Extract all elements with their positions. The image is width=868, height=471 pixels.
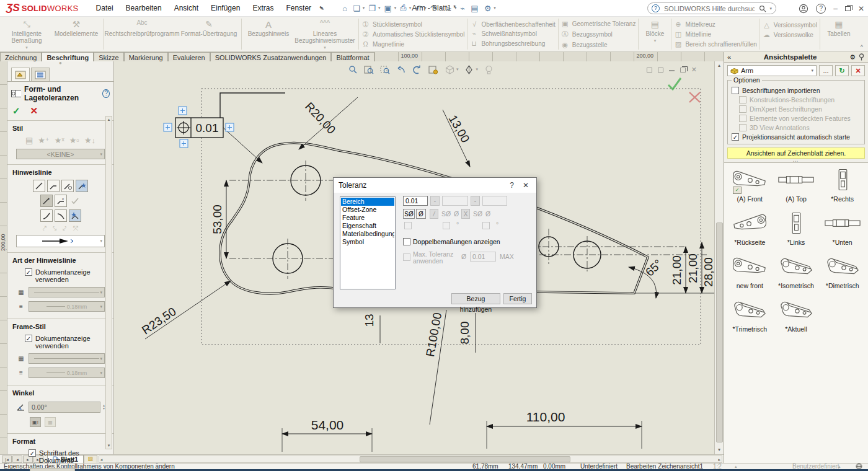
checkbox-unchecked[interactable] [732, 87, 739, 94]
ribbon-note[interactable]: A Bezugshinweis [244, 17, 293, 51]
scale-caret-icon[interactable]: ▴ [735, 464, 737, 469]
tab-propertymanager[interactable] [11, 68, 30, 81]
dim-21a[interactable]: 21,00 [670, 255, 683, 285]
caret-down-icon[interactable]: ▾ [394, 6, 397, 11]
doc-minimize-icon[interactable] [669, 70, 675, 71]
tolerance-category-list[interactable]: BereichOffset-ZoneFeatureEigenschaftMate… [340, 196, 396, 289]
diameter-button[interactable]: Ø [416, 209, 426, 219]
select-cursor-icon[interactable]: ➢ [443, 4, 454, 13]
ribbon-weld-symbol[interactable]: ⌁Schweißnahtsymbol [470, 30, 555, 38]
previous-view-icon[interactable] [396, 64, 407, 75]
curved-leader-button[interactable] [55, 209, 67, 222]
appearance-icon[interactable] [483, 64, 494, 75]
doc-font-checkbox-row[interactable]: ✓Schriftart des Dokuments [12, 447, 108, 466]
checkbox-checked[interactable]: ✓ [25, 335, 32, 342]
dim-54[interactable]: 54,00 [311, 418, 344, 432]
ok-button[interactable]: ✓ [12, 105, 20, 117]
tab-evaluieren[interactable]: Evaluieren [168, 52, 210, 61]
ribbon-model-items[interactable]: ⚒ Modellelemente [52, 17, 100, 51]
leader-auto-button[interactable] [76, 180, 88, 192]
scroll-down-icon[interactable]: ▾ [106, 443, 112, 448]
dim-28-partial[interactable]: 28,00 [702, 257, 714, 287]
menu-fenster[interactable]: Fenster [286, 4, 311, 12]
doc-window-icon[interactable] [658, 68, 663, 73]
caret-down-icon[interactable]: ▾ [424, 6, 427, 11]
tab-markierung[interactable]: Markierung [124, 52, 168, 61]
view-orientation-icon[interactable] [464, 64, 475, 75]
caret-down-icon[interactable]: ▾ [409, 6, 412, 11]
checkbox-disabled[interactable] [404, 222, 412, 229]
checkbox-checked[interactable]: ✓ [25, 268, 32, 276]
leader-straight-button[interactable] [33, 180, 45, 192]
zoom-icon[interactable] [347, 64, 358, 75]
panel-drag-handle[interactable]: ● [7, 61, 113, 66]
palette-option[interactable]: Beschriftungen importieren [730, 86, 862, 95]
clear-button[interactable]: ✕ [851, 65, 865, 76]
add-datum-button[interactable]: Bezug hinzufügen [451, 293, 500, 304]
view-thumbnail--trimetrisch[interactable]: *Trimetrisch [727, 298, 773, 333]
frame-line-style-dropdown[interactable]: ▾ [29, 353, 105, 364]
dialog-titlebar[interactable]: Toleranz ? ✕ [334, 178, 536, 193]
ribbon-datum-symbol[interactable]: ⒶBezugssymbol [561, 30, 636, 39]
line-style-dropdown[interactable]: ▾ [29, 287, 105, 297]
home-icon[interactable]: ⌂ [340, 4, 349, 13]
drawing-vscrollbar[interactable]: ▴ ▾ [714, 61, 724, 454]
font-button[interactable]: Schriftart... [30, 468, 75, 471]
tab-blattformat[interactable]: Blattformat [331, 52, 374, 61]
restore-button[interactable] [845, 6, 851, 11]
dim-21b[interactable]: 21,00 [686, 253, 699, 283]
style-buttons[interactable]: ▤★⁺★ˣ★▫★↓ [12, 134, 108, 149]
view-thumbnail--r-ckseite[interactable]: *Rückseite [727, 211, 773, 246]
menu-einfügen[interactable]: Einfügen [211, 4, 240, 12]
leader-r23[interactable] [145, 281, 231, 339]
caret-down-icon[interactable]: ▾ [378, 6, 381, 11]
redraw-icon[interactable] [412, 64, 423, 75]
ribbon-geometric-tolerance[interactable]: ▣Geometrische Toleranz [561, 20, 636, 28]
ribbon-format-painter[interactable]: ✎ Format-Übertragung [179, 17, 239, 51]
angle-button-2[interactable]: ▦ [45, 417, 56, 427]
gdt-frame[interactable]: 0.01 [175, 118, 223, 138]
auto-bend-button[interactable] [69, 209, 81, 222]
ribbon-magnetic-line[interactable]: ΩMagnetlinie [361, 40, 464, 48]
dim-r23[interactable]: R23,50 [140, 305, 179, 337]
menu-ansicht[interactable]: Ansicht [174, 4, 198, 12]
print-icon[interactable]: ⎙ [398, 3, 408, 13]
angle-button-1[interactable]: ▣! [30, 417, 41, 427]
ribbon-tables[interactable]: ▦ Tabellen [823, 17, 855, 51]
leader-left-button[interactable]: x [40, 195, 53, 207]
browse-button[interactable]: ... [819, 65, 833, 76]
redo-icon[interactable]: ↷ [428, 4, 439, 13]
leader-check-button[interactable] [69, 195, 81, 207]
done-button[interactable]: Fertig [503, 293, 532, 304]
leader-bent-button[interactable] [47, 180, 60, 192]
dim-8[interactable]: 8,00 [458, 322, 471, 345]
caret-down-icon[interactable]: ▾ [476, 67, 479, 72]
search-caret-icon[interactable]: ▾ [769, 6, 772, 11]
ribbon-revision-symbol[interactable]: △Versionssymbol [763, 21, 817, 29]
sheet-properties-icon[interactable] [428, 64, 439, 75]
tab-beschriftung[interactable]: Beschriftung [42, 52, 94, 61]
ribbon-balloon[interactable]: ➀Stücklistensymbol [361, 20, 464, 29]
x-button[interactable]: X [461, 209, 470, 219]
zoom-area-icon[interactable] [379, 64, 391, 75]
ribbon-hole-callout[interactable]: ⊔Bohrungsbeschreibung [470, 40, 555, 48]
max-tolerance-checkbox[interactable] [403, 253, 410, 261]
options-gear-icon[interactable]: ⚙ [482, 4, 494, 13]
tolerance-value-input[interactable] [403, 196, 428, 206]
category-item-materialbedingung[interactable]: Materialbedingung [341, 230, 394, 238]
help-icon[interactable]: ? [816, 4, 826, 14]
dim-53[interactable]: 53,00 [211, 205, 224, 234]
angle-spinner[interactable]: ▴▾ [103, 404, 105, 410]
minimize-button[interactable]: – [833, 4, 838, 13]
tab-skizze[interactable]: Skizze [94, 52, 123, 61]
attachment-icon[interactable]: ⌁ [459, 4, 467, 13]
dialog-close-icon[interactable]: ✕ [520, 181, 531, 190]
confirm-check-icon[interactable] [668, 78, 681, 89]
line-thickness-dropdown[interactable]: 0.18mm▾ [29, 301, 105, 312]
caret-down-icon[interactable]: ▾ [363, 6, 365, 11]
user-account-icon[interactable] [799, 4, 808, 14]
scroll-up-icon[interactable]: ▴ [715, 61, 724, 70]
style-dropdown[interactable]: <KEINE>▾ [16, 149, 105, 159]
cancel-button[interactable]: ✕ [30, 105, 38, 117]
tab-configurations[interactable] [31, 68, 50, 81]
